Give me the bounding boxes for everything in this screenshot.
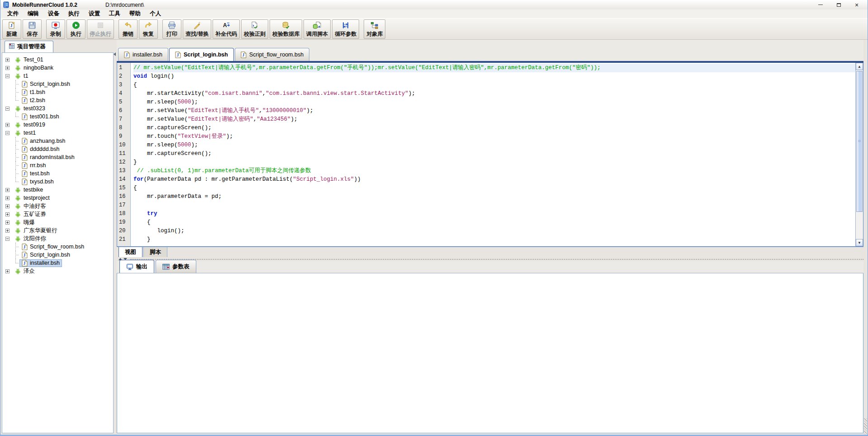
editor-tab-Script_login.bsh[interactable]: JScript_login.bsh [169,48,234,61]
tree-item-Script_login.bsh[interactable]: JScript_login.bsh [19,251,72,259]
tree-item-test0919[interactable]: test0919 [12,121,47,129]
code-line[interactable]: mr.sleep(5000); [133,141,855,150]
close-button[interactable]: × [848,0,866,9]
expand-icon[interactable] [5,66,9,70]
tree-item-test1[interactable]: test1 [12,129,38,137]
tree-item-五矿证券[interactable]: 五矿证券 [12,211,48,218]
menu-item-4[interactable]: 执行 [64,9,84,18]
object-library-button[interactable]: 对象库 [364,19,385,39]
verify-database-button[interactable]: 校验数据库 [270,19,302,39]
tree-item-test.bsh[interactable]: Jtest.bsh [19,170,52,178]
menu-item-2[interactable]: 编辑 [23,9,43,18]
scrollbar-thumb[interactable] [856,71,863,212]
code-line[interactable]: { [133,81,855,89]
code-line[interactable]: mr.setValue("EditText|请输入手机号","130000000… [133,107,855,115]
tree-item-test0323[interactable]: test0323 [12,105,47,113]
maximize-button[interactable] [830,0,848,9]
code-line[interactable]: try [133,210,855,218]
scroll-down-arrow[interactable]: ▼ [856,239,863,246]
code-line[interactable]: // .subList(0, 1)mr.parameterData可用于脚本之间… [133,167,855,175]
code-line[interactable]: for(ParameterData pd : mr.getParameterDa… [133,175,855,184]
tree-item-ningboBank[interactable]: ningboBank [12,64,56,72]
code-line[interactable]: mr.parameterData = pd; [133,192,855,201]
tree-item-randomInstall.bsh[interactable]: JrandomInstall.bsh [19,154,77,161]
code-line[interactable]: { [133,218,855,227]
code-line[interactable]: mr.touch("TextView|登录"); [133,132,855,141]
scroll-up-arrow[interactable]: ▲ [856,63,863,70]
expand-icon[interactable] [5,58,9,62]
menu-item-7[interactable]: 帮助 [125,9,145,18]
expand-icon[interactable] [5,188,9,192]
tree-item-rrr.bsh[interactable]: Jrrr.bsh [19,162,48,169]
code-line[interactable]: login(); [133,227,855,235]
code-line[interactable] [133,201,855,210]
code-line[interactable]: mr.startActivity("com.isart.banni","com.… [133,89,855,98]
code-line[interactable]: } [133,235,855,244]
code-lines[interactable]: // mr.setValue("EditText|请输入手机号",mr.para… [131,63,855,246]
tree-item-t1[interactable]: t1 [12,72,30,80]
code-line[interactable]: mr.sleep(5000); [133,98,855,107]
complete-code-button[interactable]: A补全代码 [213,19,240,39]
menu-item-1[interactable]: 文件 [3,9,23,18]
collapse-icon[interactable] [5,237,9,241]
expand-icon[interactable] [5,196,9,200]
new-script-button[interactable]: J新建 [2,19,21,39]
tree-item-anzhuang.bsh[interactable]: Janzhuang.bsh [19,137,68,145]
output-console[interactable] [117,273,863,433]
tree-item-t2.bsh[interactable]: Jt2.bsh [19,97,47,104]
run-button[interactable]: 执行 [66,19,85,39]
code-line[interactable]: { [133,184,855,192]
collapse-icon[interactable] [5,131,9,135]
code-line[interactable]: mr.captureScreen(); [133,150,855,158]
code-line[interactable]: void login() [133,72,855,81]
tree-item-Test_01[interactable]: Test_01 [12,56,46,64]
menu-item-5[interactable]: 设置 [84,9,104,18]
tree-item-嗨爆[interactable]: 嗨爆 [12,219,37,226]
tree-item-Script_flow_room.bsh[interactable]: JScript_flow_room.bsh [19,243,86,251]
expand-icon[interactable] [5,269,9,273]
expand-icon[interactable] [5,212,9,216]
minimize-button[interactable] [811,0,830,9]
menu-item-8[interactable]: 个人 [145,9,166,18]
menu-item-3[interactable]: 设备 [43,9,64,18]
expand-icon[interactable] [5,123,9,127]
save-button[interactable]: 保存 [23,19,42,39]
tree-item-t1.bsh[interactable]: Jt1.bsh [19,89,47,96]
tree-item-test001.bsh[interactable]: Jtest001.bsh [19,113,62,121]
collapse-left-icon[interactable] [114,52,116,56]
code-line[interactable]: mr.setValue("EditText|请输入密码","Aa123456")… [133,115,855,124]
tab-脚本[interactable]: 脚本 [143,247,167,258]
code-line[interactable]: } [133,158,855,167]
tree-item-testproject[interactable]: testproject [12,194,52,202]
collapse-icon[interactable] [5,74,9,78]
tab-project-manager[interactable]: 项目管理器 [5,41,53,52]
tree-item-installer.bsh[interactable]: Jinstaller.bsh [19,259,62,267]
undo-button[interactable]: 撤销 [119,19,138,39]
redo-button[interactable]: 恢复 [139,19,158,39]
tree-item-泽众[interactable]: 泽众 [12,267,37,275]
editor-tab-installer.bsh[interactable]: Jinstaller.bsh [118,48,168,61]
vertical-splitter[interactable] [114,40,117,435]
call-script-button[interactable]: 调用脚本 [304,19,331,39]
tab-输出[interactable]: 输出 [119,260,154,273]
tree-item-testbike[interactable]: testbike [12,186,45,194]
menu-item-6[interactable]: 工具 [104,9,125,18]
collapse-icon[interactable] [5,107,9,111]
find-replace-button[interactable]: 查找/替换 [183,19,211,39]
verify-regex-button[interactable]: 校验正则 [241,19,268,39]
horizontal-splitter[interactable] [117,257,863,261]
tree-item-广东华夏银行[interactable]: 广东华夏银行 [12,227,60,234]
tree-item-Script_login.bsh[interactable]: JScript_login.bsh [19,80,72,88]
editor-tab-Script_flow_room.bsh[interactable]: JScript_flow_room.bsh [235,48,309,61]
code-line[interactable]: // mr.setValue("EditText|请输入手机号",mr.para… [133,64,855,72]
tree-item-txysd.bsh[interactable]: Jtxysd.bsh [19,178,56,186]
tab-视图[interactable]: 视图 [119,247,142,258]
code-line[interactable]: mr.captureScreen(); [133,124,855,132]
tree-item-沈阳伴你[interactable]: 沈阳伴你 [12,235,48,243]
record-button[interactable]: 录制 [46,19,65,39]
tab-参数表[interactable]: 参数表 [156,260,196,273]
expand-icon[interactable] [5,229,9,233]
expand-icon[interactable] [5,204,9,208]
scrollbar-track[interactable] [856,212,863,239]
tree-item-中油好客[interactable]: 中油好客 [12,202,48,210]
